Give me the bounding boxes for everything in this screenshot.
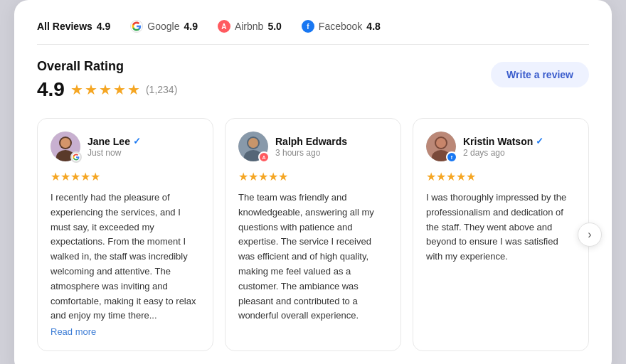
reviewer-info: Ralph Edwards 3 hours ago	[275, 136, 388, 158]
avatar-wrapper: A	[238, 132, 268, 161]
svg-point-7	[248, 138, 258, 148]
review-card: f Kristin Watson ✓ 2 days ago ★★★★★ I wa…	[413, 118, 589, 351]
tab-facebook[interactable]: fFacebook4.8	[302, 20, 381, 33]
reviews-widget: All Reviews4.9Google4.9AAirbnb5.0fFacebo…	[14, 0, 612, 364]
tab-score: 4.9	[97, 21, 110, 32]
overall-section: Overall Rating 4.9 ★ ★ ★ ★ ★ (1,234) Wri…	[37, 59, 589, 101]
review-time: Just now	[87, 148, 200, 158]
facebook-badge: f	[446, 151, 457, 163]
read-more-link[interactable]: Read more	[51, 326, 96, 337]
card-star: ★	[436, 171, 446, 183]
review-text: I was thoroughly impressed by the profes…	[426, 191, 575, 264]
card-star: ★	[70, 171, 80, 183]
airbnb-badge: A	[258, 151, 270, 163]
tab-label: All Reviews	[37, 21, 92, 32]
reviewer-info: Jane Lee ✓ Just now	[87, 136, 200, 158]
avatar-wrapper: f	[426, 132, 456, 161]
tab-label: Facebook	[319, 21, 362, 32]
star-4: ★	[113, 81, 126, 98]
star-5: ★	[127, 81, 140, 98]
tab-bar: All Reviews4.9Google4.9AAirbnb5.0fFacebo…	[37, 20, 589, 45]
card-header: A Ralph Edwards 3 hours ago	[238, 132, 388, 161]
card-star: ★	[80, 171, 90, 183]
google-badge	[70, 151, 82, 163]
write-review-button[interactable]: Write a review	[491, 62, 589, 87]
review-count: (1,234)	[146, 84, 177, 95]
verified-check: ✓	[133, 136, 141, 146]
card-stars: ★★★★★	[238, 170, 388, 183]
reviewer-name-row: Kristin Watson ✓	[463, 136, 575, 147]
overall-heading: Overall Rating	[37, 59, 177, 74]
review-card: Jane Lee ✓ Just now ★★★★★ I recently had…	[37, 118, 213, 351]
tab-label: Airbnb	[235, 21, 263, 32]
verified-check: ✓	[536, 136, 543, 146]
reviewer-name-row: Jane Lee ✓	[87, 136, 200, 147]
review-text: The team was friendly and knowledgeable,…	[238, 191, 388, 323]
tab-airbnb[interactable]: AAirbnb5.0	[218, 20, 282, 33]
card-star: ★	[238, 171, 248, 183]
card-star: ★	[456, 171, 466, 183]
overall-left: Overall Rating 4.9 ★ ★ ★ ★ ★ (1,234)	[37, 59, 177, 101]
star-1: ★	[70, 81, 83, 98]
card-star: ★	[90, 171, 100, 183]
reviewer-name: Ralph Edwards	[275, 136, 347, 147]
tab-google[interactable]: Google4.9	[130, 20, 198, 33]
airbnb-icon: A	[218, 20, 230, 33]
tab-label: Google	[147, 21, 179, 32]
overall-stars: ★ ★ ★ ★ ★	[70, 81, 140, 98]
card-header: f Kristin Watson ✓ 2 days ago	[426, 132, 575, 161]
card-star: ★	[51, 171, 60, 183]
star-3: ★	[99, 81, 112, 98]
reviewer-info: Kristin Watson ✓ 2 days ago	[463, 136, 575, 158]
cards-wrapper: Jane Lee ✓ Just now ★★★★★ I recently had…	[37, 118, 589, 351]
card-star: ★	[248, 171, 258, 183]
card-star: ★	[466, 171, 476, 183]
card-star: ★	[268, 171, 278, 183]
cards-row: Jane Lee ✓ Just now ★★★★★ I recently had…	[37, 118, 589, 351]
overall-score-row: 4.9 ★ ★ ★ ★ ★ (1,234)	[37, 78, 177, 101]
card-star: ★	[426, 171, 436, 183]
card-star: ★	[258, 171, 268, 183]
card-stars: ★★★★★	[426, 170, 575, 183]
svg-point-3	[60, 138, 70, 148]
reviewer-name: Jane Lee	[87, 136, 130, 147]
card-header: Jane Lee ✓ Just now	[51, 132, 200, 161]
review-time: 3 hours ago	[275, 148, 388, 158]
tab-score: 4.9	[184, 21, 197, 32]
card-star: ★	[446, 171, 456, 183]
star-2: ★	[85, 81, 97, 98]
facebook-icon: f	[302, 20, 314, 33]
google-icon	[130, 20, 143, 33]
card-stars: ★★★★★	[51, 170, 200, 183]
tab-score: 5.0	[267, 21, 281, 32]
next-button[interactable]: ›	[578, 223, 602, 247]
overall-score: 4.9	[37, 78, 65, 101]
reviewer-name-row: Ralph Edwards	[275, 136, 388, 147]
review-text: I recently had the pleasure of experienc…	[51, 191, 200, 323]
tab-score: 4.8	[366, 21, 380, 32]
review-time: 2 days ago	[463, 148, 575, 158]
avatar-wrapper	[51, 132, 80, 161]
card-star: ★	[60, 171, 70, 183]
reviewer-name: Kristin Watson	[463, 136, 533, 147]
svg-point-11	[436, 138, 446, 148]
tab-all-reviews[interactable]: All Reviews4.9	[37, 21, 110, 32]
review-card: A Ralph Edwards 3 hours ago ★★★★★ The te…	[225, 118, 401, 351]
card-star: ★	[278, 171, 288, 183]
